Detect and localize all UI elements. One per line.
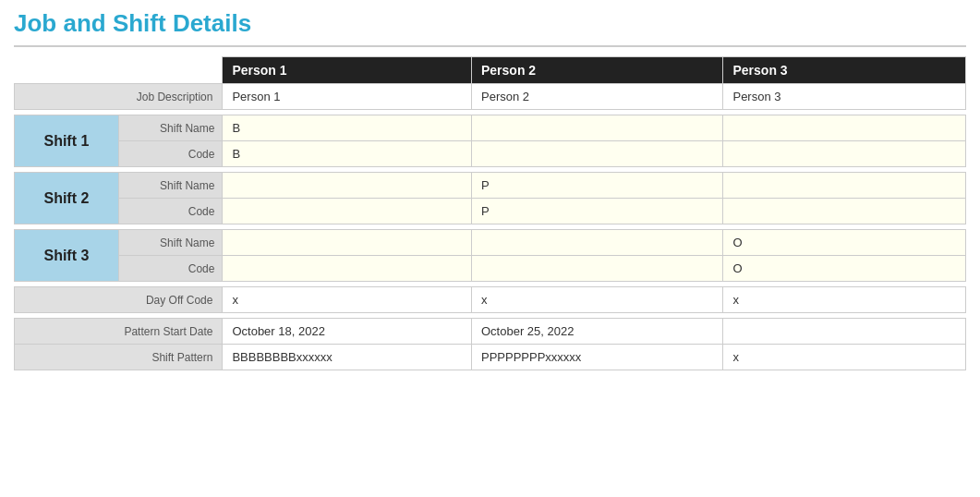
col-header-person3: Person 3 (723, 57, 966, 84)
shift3-p1-code (223, 256, 472, 282)
shift1-p3-shiftname (723, 115, 966, 141)
shift-pattern-p2: PPPPPPPPxxxxxx (472, 345, 723, 370)
shift2-shiftname-label: Shift Name (118, 173, 223, 199)
shift3-code-row: Code O (15, 256, 966, 282)
job-desc-p3: Person 3 (723, 84, 966, 110)
shift1-shiftname-label: Shift Name (118, 115, 223, 141)
pattern-start-date-p1: October 18, 2022 (223, 319, 472, 345)
shift2-p2-code: P (472, 199, 723, 224)
shift-pattern-p3: x (723, 345, 966, 370)
header-row: Person 1 Person 2 Person 3 (15, 57, 966, 84)
shift1-p3-code (723, 141, 966, 167)
day-off-p3: x (723, 287, 966, 313)
shift2-p3-shiftname (723, 173, 966, 199)
col-header-person2: Person 2 (472, 57, 723, 84)
pattern-start-date-p2: October 25, 2022 (472, 319, 723, 345)
pattern-start-date-p3 (723, 319, 966, 345)
day-off-p2: x (472, 287, 723, 313)
job-desc-p1: Person 1 (223, 84, 472, 110)
main-table: Person 1 Person 2 Person 3 Job Descripti… (14, 56, 966, 370)
job-description-row: Job Description Person 1 Person 2 Person… (15, 84, 966, 110)
day-off-label: Day Off Code (15, 287, 223, 313)
shift1-p1-shiftname: B (223, 115, 472, 141)
job-description-label: Job Description (15, 84, 223, 110)
day-off-p1: x (223, 287, 472, 313)
col-header-person1: Person 1 (223, 57, 472, 84)
shift3-p2-code (472, 256, 723, 282)
shift2-code-label: Code (118, 199, 223, 224)
shift1-code-label: Code (118, 141, 223, 167)
shift1-name-row: Shift 1 Shift Name B (15, 115, 966, 141)
shift3-label: Shift 3 (15, 230, 119, 282)
shift3-p1-shiftname (223, 230, 472, 256)
shift1-label: Shift 1 (15, 115, 119, 167)
shift3-p2-shiftname (472, 230, 723, 256)
pattern-start-date-row: Pattern Start Date October 18, 2022 Octo… (15, 319, 966, 345)
shift2-p1-code (223, 199, 472, 224)
day-off-row: Day Off Code x x x (15, 287, 966, 313)
shift1-code-row: Code B (15, 141, 966, 167)
shift-pattern-label: Shift Pattern (15, 345, 223, 370)
shift2-name-row: Shift 2 Shift Name P (15, 173, 966, 199)
shift-pattern-p1: BBBBBBBBxxxxxx (223, 345, 472, 370)
shift2-code-row: Code P (15, 199, 966, 224)
shift3-shiftname-label: Shift Name (118, 230, 223, 256)
shift3-p3-code: O (723, 256, 966, 282)
shift2-p2-shiftname: P (472, 173, 723, 199)
shift3-code-label: Code (118, 256, 223, 282)
job-desc-p2: Person 2 (472, 84, 723, 110)
shift3-p3-shiftname: O (723, 230, 966, 256)
shift1-p1-code: B (223, 141, 472, 167)
page-title: Job and Shift Details (14, 9, 966, 47)
shift2-p3-code (723, 199, 966, 224)
shift2-p1-shiftname (223, 173, 472, 199)
pattern-start-date-label: Pattern Start Date (15, 319, 223, 345)
shift2-label: Shift 2 (15, 173, 119, 224)
shift3-name-row: Shift 3 Shift Name O (15, 230, 966, 256)
shift-pattern-row: Shift Pattern BBBBBBBBxxxxxx PPPPPPPPxxx… (15, 345, 966, 370)
shift1-p2-code (472, 141, 723, 167)
shift1-p2-shiftname (472, 115, 723, 141)
